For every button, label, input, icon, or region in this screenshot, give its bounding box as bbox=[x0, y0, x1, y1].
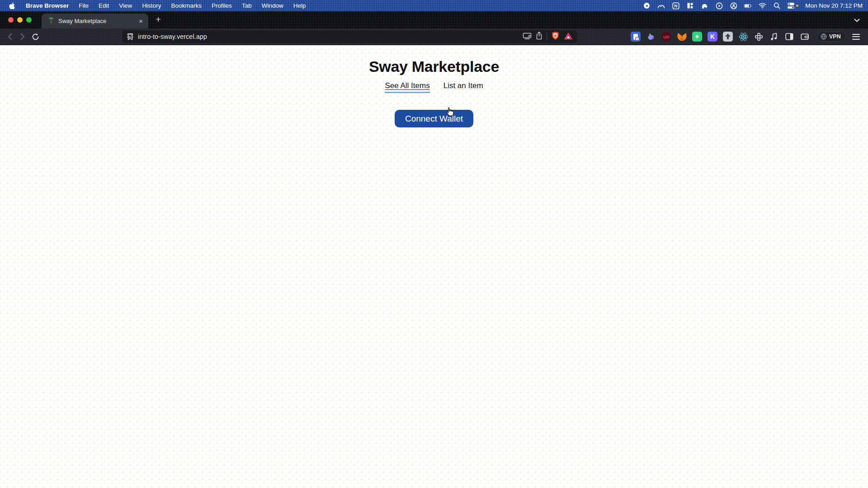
tab-sway-marketplace[interactable]: Sway Marketplace × bbox=[42, 14, 148, 28]
forward-button[interactable] bbox=[16, 33, 29, 40]
url-text[interactable]: intro-to-sway.vercel.app bbox=[138, 33, 519, 40]
menu-item-bookmarks[interactable]: Bookmarks bbox=[171, 2, 202, 9]
control-center-icon[interactable] bbox=[788, 3, 798, 9]
vpn-button[interactable]: VPN bbox=[817, 32, 846, 42]
music-note-icon[interactable] bbox=[769, 32, 779, 42]
menu-item-help[interactable]: Help bbox=[293, 2, 306, 9]
menu-bar-clock[interactable]: Mon Nov 20 7:12 PM bbox=[805, 2, 863, 9]
sidebar-icon[interactable] bbox=[784, 32, 794, 42]
menu-item-history[interactable]: History bbox=[142, 2, 161, 9]
blocks-icon[interactable] bbox=[686, 2, 694, 9]
toolbar-separator bbox=[547, 33, 547, 41]
notification-dot bbox=[796, 5, 798, 7]
rabby-extension-icon[interactable] bbox=[646, 32, 656, 42]
reload-button[interactable] bbox=[29, 33, 42, 41]
back-button[interactable] bbox=[4, 33, 16, 40]
account-circle-icon[interactable] bbox=[730, 2, 737, 9]
password-lock-extension-icon[interactable] bbox=[631, 32, 641, 42]
notion-icon[interactable] bbox=[672, 2, 679, 9]
main-menu-button[interactable] bbox=[852, 34, 860, 40]
apple-logo-icon[interactable] bbox=[8, 2, 16, 9]
play-circle-icon[interactable] bbox=[715, 2, 723, 9]
browser-toolbar: intro-to-sway.vercel.app UD K bbox=[0, 28, 868, 45]
brave-wallet-icon[interactable] bbox=[800, 32, 810, 42]
tab-close-icon[interactable]: × bbox=[138, 18, 144, 24]
menu-item-brave-browser[interactable]: Brave Browser bbox=[26, 2, 69, 9]
keplr-extension-icon[interactable]: K bbox=[708, 32, 717, 42]
menu-item-edit[interactable]: Edit bbox=[99, 2, 109, 9]
gray-extension-icon[interactable] bbox=[723, 32, 733, 42]
mountain-icon[interactable] bbox=[657, 2, 665, 9]
window-controls bbox=[0, 17, 42, 23]
menu-items: Brave Browser File Edit View History Boo… bbox=[0, 2, 306, 9]
bookmark-icon[interactable] bbox=[124, 33, 137, 41]
unstoppable-domains-extension-icon[interactable]: UD bbox=[661, 32, 671, 42]
extensions-row: UD K bbox=[631, 32, 810, 42]
wifi-icon[interactable] bbox=[759, 2, 766, 9]
zoom-window-button[interactable] bbox=[26, 17, 32, 23]
record-icon[interactable] bbox=[643, 2, 651, 9]
menu-item-tab[interactable]: Tab bbox=[242, 2, 252, 9]
web-page-content: Sway Marketplace See All Items List an I… bbox=[0, 46, 868, 488]
menu-item-profiles[interactable]: Profiles bbox=[212, 2, 232, 9]
tab-title: Sway Marketplace bbox=[58, 18, 134, 24]
menu-item-view[interactable]: View bbox=[119, 2, 132, 9]
elephant-icon[interactable] bbox=[701, 2, 708, 9]
browser-tab-strip: Sway Marketplace × + bbox=[0, 11, 868, 28]
nav-see-all-items[interactable]: See All Items bbox=[385, 81, 429, 93]
minimize-window-button[interactable] bbox=[17, 17, 23, 23]
page-nav: See All Items List an Item bbox=[0, 81, 868, 93]
vpn-label: VPN bbox=[829, 33, 841, 40]
metamask-extension-icon[interactable] bbox=[677, 32, 687, 42]
menu-item-window[interactable]: Window bbox=[262, 2, 283, 9]
page-title: Sway Marketplace bbox=[0, 58, 868, 75]
connect-wallet-button[interactable]: Connect Wallet bbox=[395, 110, 473, 127]
new-tab-button[interactable]: + bbox=[156, 14, 161, 24]
search-icon[interactable] bbox=[773, 2, 781, 9]
menu-item-file[interactable]: File bbox=[79, 2, 89, 9]
reading-mode-icon[interactable] bbox=[523, 32, 532, 41]
tab-search-chevron-icon[interactable] bbox=[854, 16, 868, 24]
nav-list-an-item[interactable]: List an Item bbox=[443, 81, 483, 93]
brave-rewards-bat-icon[interactable] bbox=[564, 32, 573, 42]
globe-icon bbox=[821, 33, 827, 40]
macos-menu-bar: Brave Browser File Edit View History Boo… bbox=[0, 0, 868, 11]
green-bolt-extension-icon[interactable] bbox=[692, 32, 702, 42]
battery-charging-icon[interactable] bbox=[744, 2, 752, 9]
share-icon[interactable] bbox=[536, 32, 542, 42]
close-window-button[interactable] bbox=[8, 17, 14, 23]
brave-shields-icon[interactable] bbox=[551, 31, 560, 42]
palm-tree-favicon bbox=[47, 17, 55, 26]
address-bar[interactable]: intro-to-sway.vercel.app bbox=[122, 30, 577, 43]
react-devtools-extension-icon[interactable] bbox=[738, 32, 748, 42]
extensions-puzzle-icon[interactable] bbox=[754, 32, 764, 42]
status-tray: Mon Nov 20 7:12 PM bbox=[643, 2, 868, 9]
